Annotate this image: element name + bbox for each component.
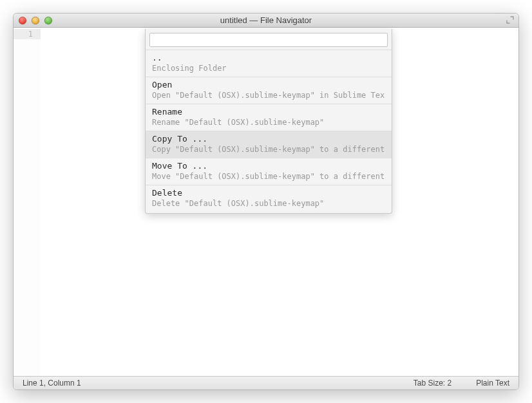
- overlay-menu-list: ..Enclosing FolderOpenOpen "Default (OSX…: [146, 50, 392, 212]
- overlay-item-title: Copy To ...: [152, 134, 385, 144]
- editor-area[interactable]: 1 ..Enclosing FolderOpenOpen "Default (O…: [14, 28, 518, 376]
- minimize-button[interactable]: [32, 17, 39, 24]
- status-tab-size[interactable]: Tab Size: 2: [413, 379, 451, 388]
- overlay-item-desc: Open "Default (OSX).sublime-keymap" in S…: [152, 91, 385, 100]
- overlay-item-title: Move To ...: [152, 161, 385, 171]
- overlay-item-desc: Rename "Default (OSX).sublime-keymap": [152, 118, 385, 127]
- fullscreen-icon[interactable]: [506, 15, 515, 24]
- close-button[interactable]: [19, 17, 26, 24]
- overlay-item[interactable]: Copy To ...Copy "Default (OSX).sublime-k…: [146, 131, 392, 158]
- overlay-item[interactable]: OpenOpen "Default (OSX).sublime-keymap" …: [146, 77, 392, 104]
- overlay-item[interactable]: ..Enclosing Folder: [146, 50, 392, 77]
- overlay-item-title: Delete: [152, 188, 385, 198]
- overlay-item-desc: Enclosing Folder: [152, 64, 385, 73]
- overlay-item[interactable]: RenameRename "Default (OSX).sublime-keym…: [146, 104, 392, 131]
- overlay-item[interactable]: Move To ...Move "Default (OSX).sublime-k…: [146, 158, 392, 185]
- overlay-item-title: ..: [152, 53, 385, 62]
- overlay-item-title: Rename: [152, 107, 385, 117]
- line-number: 1: [14, 29, 41, 39]
- gutter: 1: [14, 28, 41, 376]
- overlay-search-input[interactable]: [149, 33, 388, 47]
- overlay-item-desc: Move "Default (OSX).sublime-keymap" to a…: [152, 172, 385, 181]
- traffic-lights: [19, 17, 52, 24]
- status-syntax[interactable]: Plain Text: [476, 379, 509, 388]
- titlebar[interactable]: untitled — File Navigator: [14, 14, 518, 28]
- zoom-button[interactable]: [44, 17, 52, 24]
- window-title: untitled — File Navigator: [14, 14, 518, 28]
- status-position[interactable]: Line 1, Column 1: [23, 379, 81, 388]
- overlay-item-title: Open: [152, 80, 385, 89]
- overlay-item-desc: Copy "Default (OSX).sublime-keymap" to a…: [152, 145, 385, 154]
- overlay-item-desc: Delete "Default (OSX).sublime-keymap": [152, 199, 385, 208]
- command-overlay: ..Enclosing FolderOpenOpen "Default (OSX…: [145, 29, 392, 214]
- app-window: untitled — File Navigator 1 ..Enclosing …: [13, 13, 519, 390]
- statusbar: Line 1, Column 1 Tab Size: 2 Plain Text: [14, 376, 518, 389]
- overlay-item[interactable]: DeleteDelete "Default (OSX).sublime-keym…: [146, 185, 392, 212]
